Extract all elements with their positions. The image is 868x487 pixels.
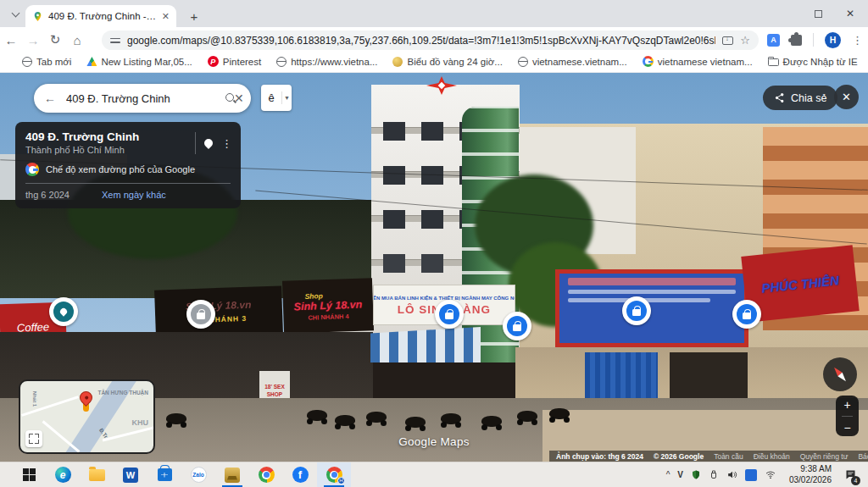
poi-marker[interactable] <box>186 300 215 329</box>
shopping-bag-icon <box>513 324 521 331</box>
speaker-icon[interactable] <box>726 469 737 480</box>
clock-date: 03/02/2026 <box>784 475 832 486</box>
bookmark-item[interactable]: Được Nhập từ IE <box>768 57 858 67</box>
zoom-out-button[interactable]: − <box>843 421 850 434</box>
attribution-link[interactable]: Điều khoản <box>754 452 790 461</box>
taskbar-icon-explorer[interactable] <box>80 462 114 487</box>
windows-icon <box>23 468 36 481</box>
gold-app-icon <box>225 468 240 483</box>
taskbar-icon-chrome[interactable] <box>249 462 283 487</box>
usb-icon[interactable] <box>709 469 719 480</box>
browser-tab[interactable]: 409 Đ. Trường Chinh - Google ✕ <box>25 5 176 27</box>
bookmark-item[interactable]: Tab mới <box>22 57 71 67</box>
menu-kebab-icon[interactable]: ⋮ <box>852 34 863 47</box>
poi-marker[interactable] <box>435 300 464 329</box>
taskbar-icon-zalo[interactable]: Zalo <box>181 462 215 487</box>
maps-search-input[interactable] <box>64 91 217 106</box>
bookmark-item[interactable]: PPinterest <box>208 56 261 67</box>
extensions-icon[interactable] <box>791 35 802 46</box>
start-button[interactable] <box>12 462 46 487</box>
translate-icon[interactable]: A <box>767 34 780 47</box>
maps-pin-icon <box>32 11 43 22</box>
close-icon: ✕ <box>846 8 854 19</box>
provider-label: Chế độ xem đường phố của Google <box>46 164 195 174</box>
motorbike <box>166 413 186 424</box>
bookmark-item[interactable]: Biểu đồ vàng 24 giờ... <box>392 57 502 67</box>
install-app-icon[interactable] <box>722 36 733 45</box>
shopping-bag-icon <box>197 313 205 319</box>
compass-needle-icon <box>825 359 856 390</box>
forward-button[interactable]: → <box>22 33 44 47</box>
home-button[interactable]: ⌂ <box>66 33 88 47</box>
street-view-viewport[interactable]: Coffee Sinh Lý 18.vn CHI NHÁNH 3 Shop Si… <box>0 73 868 462</box>
taskbar-icon-facebook[interactable]: f <box>283 462 317 487</box>
bookmark-item[interactable]: vietnamese.vietnam... <box>518 57 627 67</box>
minimap-area-label: TÂN HƯNG THUẬN <box>97 390 148 396</box>
tab-close-icon[interactable]: ✕ <box>162 12 170 21</box>
bookmark-item[interactable]: https://www.vietna... <box>276 57 377 67</box>
site-settings-icon[interactable] <box>110 36 120 45</box>
taskbar-icon-gold-app[interactable] <box>215 462 249 487</box>
motorbike <box>549 408 570 419</box>
poi-marker[interactable] <box>732 300 761 329</box>
notification-center-button[interactable]: 4 <box>839 462 861 487</box>
window-restore-button[interactable] <box>805 5 831 22</box>
globe-icon <box>518 57 528 67</box>
system-tray: ^ V 9:38 AM 03/02/2026 4 <box>666 462 868 487</box>
divider <box>195 132 196 154</box>
facebook-icon: f <box>292 467 309 483</box>
language-icon[interactable] <box>745 469 757 481</box>
minimap[interactable]: TÂN HƯNG THUẬN KHU Nhất 1 Đ.Tr <box>19 379 155 454</box>
antivirus-shield-icon[interactable] <box>691 469 701 480</box>
share-button[interactable]: Chia sẻ <box>763 86 837 110</box>
minimap-pin-icon <box>80 391 92 412</box>
url-text[interactable]: google.com/maps/@10.8375339,106.6183819,… <box>127 35 715 47</box>
word-icon: W <box>123 468 138 483</box>
minimap-expand-button[interactable] <box>25 430 42 447</box>
card-kebab-icon[interactable]: ⋮ <box>221 137 232 150</box>
back-button[interactable]: ← <box>0 33 22 47</box>
tab-search-button[interactable] <box>7 7 24 22</box>
motorbike <box>405 417 426 428</box>
poi-marker[interactable] <box>622 296 651 325</box>
street-view-close-button[interactable]: ✕ <box>834 85 859 109</box>
taskbar-icon-word[interactable]: W <box>114 462 147 487</box>
screen: 409 Đ. Trường Chinh - Google ✕ + ✕ ← → ↻… <box>0 0 868 487</box>
attribution-link[interactable]: Báo cáo vấn đề <box>858 452 868 461</box>
wifi-icon[interactable] <box>765 470 776 480</box>
taskbar-clock[interactable]: 9:38 AM 03/02/2026 <box>784 464 832 485</box>
taskbar-icon-store[interactable] <box>147 462 181 487</box>
poi-marker[interactable] <box>49 297 78 326</box>
omnibox[interactable]: google.com/maps/@10.8375339,106.6183819,… <box>102 30 759 50</box>
zoom-in-button[interactable]: + <box>843 398 850 412</box>
attribution-link[interactable]: Quyền riêng tư <box>800 452 849 461</box>
capture-date-label: Ảnh chụp vào: thg 6 2024 <box>556 452 643 461</box>
motorbike <box>441 413 461 424</box>
profile-avatar[interactable]: H <box>825 32 841 48</box>
search-back-icon[interactable]: ← <box>44 91 56 105</box>
caret-down-icon: ▼ <box>282 95 292 101</box>
maps-search-box[interactable]: ← ✕ <box>34 84 251 113</box>
tray-expand-icon[interactable]: ^ <box>666 470 670 479</box>
other-dates-link[interactable]: Xem ngày khác <box>102 190 166 200</box>
compass[interactable] <box>823 357 857 391</box>
ime-toggle[interactable]: ê ▼ <box>261 85 292 111</box>
taskbar: e W Zalo f H ^ V 9:38 AM 03/02/2026 4 <box>0 462 868 487</box>
taskbar-icon-chrome-profile[interactable]: H <box>317 462 351 487</box>
taskbar-icon-edge[interactable]: e <box>46 462 80 487</box>
unikey-icon[interactable]: V <box>677 470 683 479</box>
chrome-icon <box>259 467 275 483</box>
bookmark-item[interactable]: New Listing Mar,05... <box>86 57 192 67</box>
bookmark-item[interactable]: vietnamese vietnam... <box>643 56 753 67</box>
attribution-link[interactable]: Toàn cầu <box>714 452 743 461</box>
place-pin-icon[interactable] <box>203 137 214 149</box>
reload-button[interactable]: ↻ <box>44 32 66 47</box>
poi-marker[interactable] <box>503 312 531 340</box>
window-close-button[interactable]: ✕ <box>837 5 863 22</box>
shopping-cart-icon <box>632 309 641 316</box>
divider <box>842 416 853 417</box>
minimap-street-label: Nhất 1 <box>32 391 37 407</box>
bookmark-star-icon[interactable]: ☆ <box>740 34 750 47</box>
new-tab-button[interactable]: + <box>185 7 203 25</box>
motorbike <box>366 412 387 423</box>
